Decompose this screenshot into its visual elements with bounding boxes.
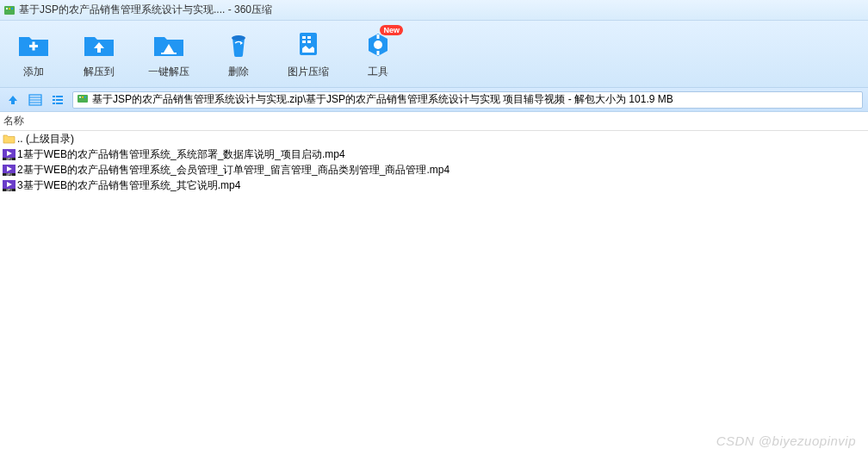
image-compress-button[interactable]: 图片压缩 [288,30,329,79]
add-folder-icon [17,30,50,59]
svg-rect-29 [84,97,86,98]
svg-rect-14 [377,34,380,39]
svg-rect-23 [56,99,63,101]
mp4-icon: MP4 [2,179,16,191]
svg-text:MP4: MP4 [6,172,12,175]
svg-rect-21 [56,96,63,97]
svg-rect-10 [307,36,311,39]
list-item[interactable]: MP4 2基于WEB的农产品销售管理系统_会员管理_订单管理_留言管理_商品类别… [0,162,868,178]
svg-rect-9 [302,36,306,39]
file-name: 2基于WEB的农产品销售管理系统_会员管理_订单管理_留言管理_商品类别管理_商… [17,163,450,178]
svg-rect-25 [56,103,63,104]
tools-label: 工具 [368,65,388,79]
trash-icon [222,30,255,59]
tools-button[interactable]: New 工具 [362,30,394,79]
svg-rect-22 [53,99,55,101]
one-click-extract-label: 一键解压 [148,65,189,79]
svg-text:MP4: MP4 [6,157,12,159]
one-click-extract-button[interactable]: 一键解压 [148,30,189,79]
toolbar: 添加 解压到 一键解压 删除 图片压缩 New 工具 [0,21,868,88]
svg-rect-11 [302,41,306,43]
extract-to-label: 解压到 [84,65,115,79]
extract-to-icon [83,30,115,59]
mp4-icon: MP4 [2,148,16,160]
app-icon [3,4,16,16]
svg-rect-20 [53,96,55,97]
svg-rect-15 [377,51,380,55]
addressbar: 基于JSP的农产品销售管理系统设计与实现.zip\基于JSP的农产品销售管理系统… [0,88,868,112]
svg-rect-3 [11,8,13,9]
svg-rect-0 [4,6,15,15]
svg-rect-5 [33,42,35,51]
delete-label: 删除 [228,65,249,79]
file-name: .. (上级目录) [17,132,74,146]
column-name-label: 名称 [3,114,24,128]
svg-rect-2 [9,8,10,9]
one-click-extract-icon [152,30,185,59]
extract-to-button[interactable]: 解压到 [83,30,115,79]
list-item[interactable]: MP4 1基于WEB的农产品销售管理系统_系统部署_数据库说明_项目启动.mp4 [0,146,868,162]
path-input[interactable]: 基于JSP的农产品销售管理系统设计与实现.zip\基于JSP的农产品销售管理系统… [72,91,863,109]
svg-rect-27 [79,97,81,98]
svg-rect-12 [307,41,311,43]
svg-rect-24 [53,103,55,104]
new-badge: New [380,25,403,35]
delete-button[interactable]: 删除 [222,30,255,79]
up-arrow-button[interactable] [5,92,21,108]
path-folder-icon [77,92,89,107]
svg-rect-1 [6,8,8,9]
svg-rect-28 [82,97,84,98]
svg-point-13 [374,41,382,49]
svg-rect-6 [161,53,177,54]
svg-point-7 [232,35,245,41]
detail-view-button[interactable] [50,92,65,108]
column-header[interactable]: 名称 [0,112,868,131]
list-item[interactable]: MP4 3基于WEB的农产品销售管理系统_其它说明.mp4 [0,178,868,193]
folder-icon [2,133,16,145]
mp4-icon: MP4 [2,164,16,176]
file-name: 1基于WEB的农产品销售管理系统_系统部署_数据库说明_项目启动.mp4 [17,147,345,162]
svg-rect-26 [78,95,88,103]
image-compress-label: 图片压缩 [288,65,329,79]
file-name: 3基于WEB的农产品销售管理系统_其它说明.mp4 [17,178,240,193]
svg-text:MP4: MP4 [6,188,12,190]
add-button[interactable]: 添加 [17,30,50,79]
image-compress-icon [292,30,325,59]
list-item-parent[interactable]: .. (上级目录) [0,131,868,146]
path-text: 基于JSP的农产品销售管理系统设计与实现.zip\基于JSP的农产品销售管理系统… [92,92,673,107]
list-view-button[interactable] [28,92,43,108]
titlebar: 基于JSP的农产品销售管理系统设计与实现.... - 360压缩 [0,0,868,21]
window-title: 基于JSP的农产品销售管理系统设计与实现.... - 360压缩 [19,3,272,17]
file-list: .. (上级目录) MP4 1基于WEB的农产品销售管理系统_系统部署_数据库说… [0,131,868,193]
add-label: 添加 [23,65,44,79]
watermark: CSDN @biyezuopinvip [716,433,856,448]
